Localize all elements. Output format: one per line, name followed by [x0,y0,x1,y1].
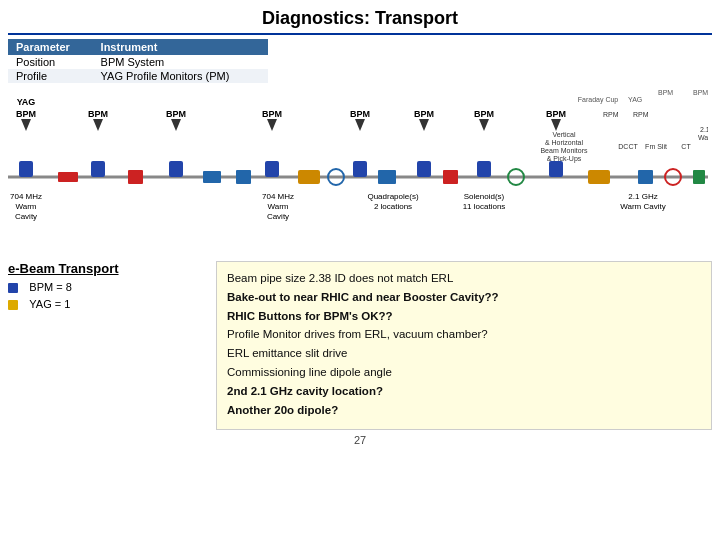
svg-marker-21 [479,119,489,131]
instrument-position: BPM System [93,55,268,69]
bpm-icon [8,283,18,293]
svg-rect-4 [19,161,33,177]
svg-text:2.1 GHz: 2.1 GHz [628,192,657,201]
right-panel: Beam pipe size 2.38 ID does not match ER… [216,261,712,430]
rp-line-6: Commissioning line dipole angle [227,364,701,382]
svg-rect-25 [549,161,563,177]
svg-rect-28 [203,171,221,183]
svg-text:YAG: YAG [628,96,642,103]
svg-text:2 locations: 2 locations [374,202,412,211]
svg-text:CT: CT [681,143,691,150]
instrument-profile: YAG Profile Monitors (PM) [93,69,268,83]
svg-marker-3 [21,119,31,131]
bpm-count-row: BPM = 8 [8,280,208,294]
svg-rect-16 [353,161,367,177]
beamline-diagram: YAG BPM BPM BPM BPM BPM BPM BPM BPM [8,87,720,257]
svg-text:704 MHz: 704 MHz [10,192,42,201]
svg-rect-19 [417,161,431,177]
svg-text:Fm Slit: Fm Slit [645,143,667,150]
param-position: Position [8,55,93,69]
svg-text:& Horizontal: & Horizontal [545,139,584,146]
svg-text:RPM: RPM [633,111,649,118]
svg-text:Warm Cavity: Warm Cavity [620,202,665,211]
svg-text:BPM: BPM [88,109,108,119]
svg-text:YAG: YAG [17,97,36,107]
rp-line-1: Beam pipe size 2.38 ID does not match ER… [227,270,701,288]
param-profile: Profile [8,69,93,83]
e-beam-transport-title: e-Beam Transport [8,261,208,276]
svg-rect-35 [588,170,610,184]
svg-rect-22 [477,161,491,177]
parameter-table: Parameter Instrument Position BPM System… [8,39,268,83]
yag-count: YAG = 1 [29,298,70,310]
rp-line-3: RHIC Buttons for BPM's OK?? [227,308,701,326]
svg-text:Quadrapole(s): Quadrapole(s) [367,192,418,201]
svg-text:BPM: BPM [693,89,708,96]
svg-rect-36 [638,170,653,184]
svg-text:BPM: BPM [474,109,494,119]
svg-text:Faraday Cup: Faraday Cup [578,96,619,104]
svg-text:Warm: Warm [15,202,36,211]
svg-rect-27 [128,170,143,184]
rp-line-8: Another 20o dipole? [227,402,701,420]
svg-text:& Pick-Ups: & Pick-Ups [547,155,582,163]
table-row: Position BPM System [8,55,268,69]
svg-text:Warm: Warm [267,202,288,211]
svg-marker-24 [551,119,561,131]
svg-marker-18 [419,119,429,131]
svg-marker-9 [171,119,181,131]
svg-text:Cavity: Cavity [15,212,37,221]
svg-text:DCCT: DCCT [618,143,638,150]
svg-text:Vertical: Vertical [553,131,576,138]
rp-line-5: ERL emittance slit drive [227,345,701,363]
svg-rect-33 [443,170,458,184]
col-header-parameter: Parameter [8,39,93,55]
svg-text:2.1: 2.1 [700,126,708,133]
svg-text:Cavity: Cavity [267,212,289,221]
svg-text:704 MHz: 704 MHz [262,192,294,201]
bottom-section: e-Beam Transport BPM = 8 YAG = 1 Beam pi… [8,261,712,430]
svg-text:11 locations: 11 locations [463,202,506,211]
title-divider [8,33,712,35]
page-title: Diagnostics: Transport [0,0,720,33]
svg-text:BPM: BPM [658,89,673,96]
svg-marker-6 [93,119,103,131]
bpm-count: BPM = 8 [29,281,72,293]
svg-text:RPM: RPM [603,111,619,118]
col-header-instrument: Instrument [93,39,268,55]
svg-text:Solenoid(s): Solenoid(s) [464,192,505,201]
svg-rect-30 [298,170,320,184]
svg-text:BPM: BPM [16,109,36,119]
yag-icon [8,300,18,310]
svg-text:BPM: BPM [350,109,370,119]
svg-rect-13 [265,161,279,177]
svg-rect-32 [378,170,396,184]
svg-rect-7 [91,161,105,177]
rp-line-7: 2nd 2.1 GHz cavity location? [227,383,701,401]
svg-text:BPM: BPM [546,109,566,119]
svg-text:Beam Monitors: Beam Monitors [540,147,588,154]
svg-text:BPM: BPM [166,109,186,119]
svg-text:BPM: BPM [414,109,434,119]
left-panel: e-Beam Transport BPM = 8 YAG = 1 [8,261,208,311]
rp-line-2: Bake-out to near RHIC and near Booster C… [227,289,701,307]
svg-rect-10 [169,161,183,177]
svg-marker-12 [267,119,277,131]
page-number: 27 [0,434,720,446]
svg-text:War...: War... [698,134,708,141]
svg-marker-15 [355,119,365,131]
table-row: Profile YAG Profile Monitors (PM) [8,69,268,83]
svg-rect-26 [58,172,78,182]
svg-text:BPM: BPM [262,109,282,119]
beamline-svg: YAG BPM BPM BPM BPM BPM BPM BPM BPM [8,87,708,252]
svg-rect-38 [693,170,705,184]
yag-count-row: YAG = 1 [8,297,208,311]
svg-rect-29 [236,170,251,184]
rp-line-4: Profile Monitor drives from ERL, vacuum … [227,326,701,344]
